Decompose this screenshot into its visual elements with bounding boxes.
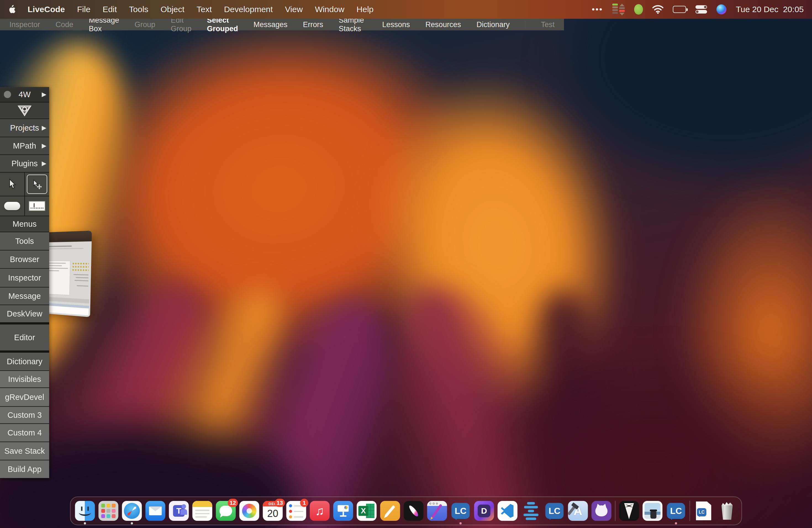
dock-excel-icon[interactable]: X	[357, 501, 377, 521]
apple-menu[interactable]	[8, 5, 15, 14]
dock-finder-icon[interactable]	[75, 501, 95, 521]
dock-teams-icon[interactable]: T	[169, 501, 189, 521]
plugins-label: Plugins	[11, 159, 38, 168]
menu-window[interactable]: Window	[315, 5, 344, 14]
menu-help[interactable]: Help	[357, 5, 374, 14]
dock-reminders-icon[interactable]: 1	[286, 501, 306, 521]
network-stats-icon[interactable]	[612, 4, 625, 15]
palette-button-menus[interactable]: Menus	[0, 216, 49, 232]
wifi-icon[interactable]	[652, 5, 663, 14]
toolbar-lessons[interactable]: Lessons	[382, 20, 410, 29]
dock-safari-icon[interactable]	[122, 501, 142, 521]
menu-livecode[interactable]: LiveCode	[28, 5, 65, 14]
palette-button-inspector[interactable]: Inspector	[0, 269, 49, 287]
button-tool-button[interactable]	[0, 196, 24, 216]
field-tool-button[interactable]	[25, 196, 49, 216]
toolbar-test[interactable]: Test	[541, 20, 555, 29]
dock-livecode-2-icon[interactable]: LC	[545, 501, 565, 521]
control-center-icon[interactable]	[695, 5, 707, 14]
dock-blue-bars-app-icon[interactable]	[521, 501, 541, 521]
palette-button-grevdevel[interactable]: gRevDevel	[0, 388, 49, 406]
dock-launchpad-icon[interactable]	[99, 501, 118, 521]
palette-button-dictionary[interactable]: Dictionary	[0, 353, 49, 370]
palette-item-projects[interactable]: Projects ▶	[0, 119, 49, 137]
projects-label: Projects	[10, 123, 39, 133]
menu-text[interactable]: Text	[197, 5, 212, 14]
toolbar-messages[interactable]: Messages	[253, 20, 288, 29]
dock-shaker-utility-icon[interactable]	[643, 501, 663, 521]
dock-dash-icon[interactable]: D	[474, 501, 494, 521]
pointer-tool-button[interactable]	[25, 173, 49, 196]
livecode-menubar-toolbar: Inspector Code Message Box Group Edit Gr…	[0, 19, 564, 30]
menu-view[interactable]: View	[285, 5, 303, 14]
toolbar-errors[interactable]: Errors	[303, 20, 323, 29]
dictionary-label: Dictionary	[7, 357, 43, 366]
toolbar-resources[interactable]: Resources	[425, 20, 461, 29]
selected-tool-outline	[27, 175, 47, 194]
palette-button-save-stack[interactable]: Save Stack	[0, 442, 49, 460]
dock-livecode-icon[interactable]: LC	[451, 501, 470, 521]
dock-pages-icon[interactable]	[380, 501, 400, 521]
dock-notes-icon[interactable]	[192, 501, 213, 521]
palette-item-plugins[interactable]: Plugins ▶	[0, 155, 49, 172]
palette-button-tools[interactable]: Tools	[0, 232, 49, 250]
dock-xcode-icon[interactable]: A	[568, 501, 588, 521]
dock-photos-icon[interactable]	[240, 501, 259, 521]
dock-web-editor-icon[interactable]	[427, 501, 447, 521]
toolbar-inspector[interactable]: Inspector	[10, 20, 40, 29]
dock-messages-icon[interactable]: 12	[216, 501, 236, 521]
music-note-icon: ♫	[315, 504, 324, 518]
menus-label: Menus	[12, 220, 37, 229]
dock-livecode-document-icon[interactable]: LC	[694, 501, 714, 521]
chevron-right-icon: ▶	[42, 160, 46, 167]
toolbar-group[interactable]: Group	[134, 20, 155, 29]
ellipsis-icon[interactable]: •••	[592, 5, 603, 14]
palette-logo-row[interactable]	[0, 102, 49, 118]
toolbar-dictionary[interactable]: Dictionary	[476, 20, 510, 29]
palette-button-editor[interactable]: Editor	[0, 324, 49, 350]
palette-button-deskview[interactable]: DeskView	[0, 305, 49, 322]
dock-bartender-icon[interactable]	[619, 501, 639, 521]
palette-button-custom3[interactable]: Custom 3	[0, 407, 49, 423]
palette-button-browser[interactable]: Browser	[0, 250, 49, 268]
dock-vscode-icon[interactable]	[498, 501, 518, 521]
dock-calendar-icon[interactable]: DEC 20 13	[263, 501, 283, 521]
menu-tools[interactable]: Tools	[129, 5, 148, 14]
palette-button-build-app[interactable]: Build App	[0, 460, 49, 478]
palette-item-mpath[interactable]: MPath ▶	[0, 137, 49, 155]
battery-icon[interactable]	[673, 6, 686, 13]
chevron-right-icon[interactable]: ▶	[42, 91, 46, 98]
palette-header[interactable]: 4W ▶	[0, 87, 49, 102]
palette-title: 4W	[18, 90, 31, 99]
green-status-dot-icon[interactable]	[634, 4, 643, 15]
grevdevel-label: gRevDevel	[5, 393, 44, 402]
menu-object[interactable]: Object	[160, 5, 185, 14]
editor-label: Editor	[14, 333, 35, 342]
dock-livecode-3-icon[interactable]: LC	[666, 501, 686, 521]
menu-bar-clock[interactable]: Tue 20 Dec 20:05	[736, 5, 804, 14]
siri-icon[interactable]	[716, 4, 726, 14]
dock-github-icon[interactable]	[592, 501, 611, 521]
dock-design-app-icon[interactable]	[404, 501, 424, 521]
palette-collapse-dot-icon[interactable]	[4, 91, 11, 98]
dock-trash-icon[interactable]	[717, 501, 737, 521]
palette-button-invisibles[interactable]: Invisibles	[0, 371, 49, 387]
running-indicator	[460, 522, 462, 524]
dock-keynote-icon[interactable]	[333, 501, 353, 521]
running-indicator	[675, 522, 677, 524]
menu-bar: LiveCode File Edit Tools Object Text Dev…	[0, 0, 812, 19]
menu-development[interactable]: Development	[224, 5, 273, 14]
custom4-label: Custom 4	[8, 428, 42, 437]
chevron-right-icon: ▶	[42, 124, 46, 131]
build-app-label: Build App	[8, 465, 42, 474]
palette-button-custom4[interactable]: Custom 4	[0, 424, 49, 442]
menu-edit[interactable]: Edit	[102, 5, 117, 14]
desktop-wallpaper	[0, 0, 812, 528]
notification-badge: 13	[275, 499, 285, 507]
toolbar-code[interactable]: Code	[56, 20, 73, 29]
menu-file[interactable]: File	[77, 5, 90, 14]
dock-mail-icon[interactable]	[146, 501, 165, 521]
browse-tool-button[interactable]	[0, 173, 24, 196]
palette-button-message[interactable]: Message	[0, 288, 49, 305]
dock-music-icon[interactable]: ♫	[310, 501, 330, 521]
